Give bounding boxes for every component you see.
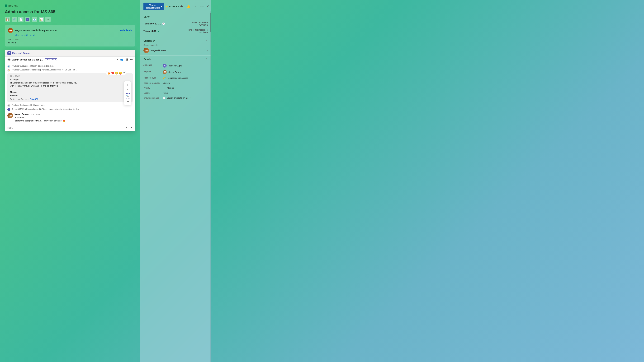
send-icon[interactable]: ➤ bbox=[130, 126, 133, 129]
right-panel-scrollbar[interactable] bbox=[210, 11, 210, 362]
knowledge-base-icon: 📄 bbox=[163, 97, 165, 99]
sla-label-2: Time to first response within 4h bbox=[188, 29, 208, 33]
actions-button[interactable]: ⚡ Actions ▾ bbox=[165, 5, 179, 8]
more-emoji-icon[interactable]: ••• bbox=[123, 72, 125, 75]
customer-chevron-icon[interactable]: ⌃ bbox=[206, 39, 208, 42]
close-button[interactable]: ✕ bbox=[206, 4, 209, 8]
context-reply-icon[interactable]: ↩ bbox=[125, 99, 130, 104]
teams-conv-chevron-icon: ▾ bbox=[161, 5, 162, 8]
toolbar-link-icon[interactable]: 🔗 bbox=[12, 17, 17, 22]
sla-tomorrow-label: Tomorrow 11:31 bbox=[144, 22, 161, 25]
knowledge-base-chevron: ▾ bbox=[190, 97, 191, 99]
user-time: 11:47:57 AM bbox=[30, 113, 40, 115]
add-people-icon[interactable]: + bbox=[117, 58, 118, 61]
system-text-3: Pradeep Gupta added IT Support here. bbox=[12, 104, 45, 106]
hide-details-link[interactable]: Hide details bbox=[120, 29, 132, 32]
requester-name: Megan Bowen bbox=[15, 29, 30, 32]
eye-icon[interactable]: 👁 bbox=[179, 4, 184, 9]
reporter-value: MB Megan Bowen bbox=[163, 70, 181, 74]
share-icon[interactable]: ↗ bbox=[193, 4, 198, 9]
priority-label: Priority bbox=[144, 87, 161, 89]
reply-actions: ↪ ➤ bbox=[126, 126, 133, 129]
lightning-icon: ⚡ bbox=[165, 5, 168, 8]
request-card: MB Megan Bowen raised this request via A… bbox=[5, 25, 135, 46]
reply-bar: Reply ↪ ➤ bbox=[5, 124, 135, 131]
toolbar-more-icon[interactable]: ••• bbox=[46, 17, 50, 22]
detail-row-assignee: Assignee PG Pradeep Gupta bbox=[144, 62, 208, 69]
detail-row-language: Request language English bbox=[144, 80, 208, 85]
teams-app-icon: T bbox=[8, 51, 11, 55]
user-message-text: Hi Pradeep, It is for the designer softw… bbox=[14, 116, 133, 122]
details-chevron-icon[interactable]: ⌃ bbox=[206, 58, 208, 60]
ticket-id-badge: ITSM-451 bbox=[5, 4, 18, 7]
priority-indicator bbox=[163, 88, 165, 88]
group-icon[interactable]: 👥 bbox=[120, 58, 124, 61]
customer-expand-icon[interactable]: ▾ bbox=[206, 49, 208, 52]
jira-issue-link[interactable]: ITSM-451 bbox=[30, 98, 38, 100]
detail-row-knowledge-base: Knowledge base 📄 Search or create an ar.… bbox=[144, 95, 208, 100]
teams-title-actions: + 👥 🖼 ••• bbox=[117, 58, 133, 61]
view-portal-link[interactable]: View request in portal bbox=[15, 34, 132, 36]
sla-chevron-icon[interactable]: ⌃ bbox=[206, 15, 208, 18]
requester-row: MB Megan Bowen raised this request via A… bbox=[8, 28, 132, 33]
system-message-1: 👤 Pradeep Gupta added Megan Bowen to the… bbox=[8, 65, 133, 68]
sla-section-header: SLAs ⌃ bbox=[144, 15, 208, 18]
knowledge-base-value[interactable]: 📄 Search or create an ar... ▾ bbox=[163, 97, 191, 99]
left-panel: ITSM-451 Admin access for MS 365 📋 🔗 📄 T… bbox=[0, 0, 140, 362]
sla-section: SLAs ⌃ Tomorrow 11:31 🕐 Time to resoluti… bbox=[140, 13, 211, 37]
customer-section-header: Customer ⌃ bbox=[144, 39, 208, 42]
ticket-header: ITSM-451 bbox=[5, 4, 135, 7]
channel-icon: ⬤ bbox=[8, 58, 11, 61]
detail-row-priority: Priority Medium bbox=[144, 85, 208, 90]
reporter-name: Megan Bowen bbox=[168, 71, 181, 73]
customer-info: MB Megan Bowen bbox=[144, 48, 166, 53]
language-text: English bbox=[163, 82, 170, 84]
request-type-name: Request admin access bbox=[167, 77, 188, 79]
system-icon-1: 👤 bbox=[8, 65, 10, 68]
toolbar-teams-icon[interactable]: T bbox=[25, 17, 30, 22]
actions-chevron-icon: ▾ bbox=[178, 5, 179, 8]
clock-icon: 🕐 bbox=[162, 22, 165, 25]
context-search-icon[interactable]: 🔍 bbox=[125, 93, 130, 98]
emoji-smile[interactable]: 😀 bbox=[115, 72, 118, 75]
reply-placeholder[interactable]: Reply bbox=[8, 126, 126, 129]
check-icon: ✓ bbox=[158, 29, 160, 33]
context-quote-icon[interactable]: ❝ bbox=[125, 88, 130, 93]
teams-conversation-button[interactable]: Teams conversation ▾ bbox=[144, 2, 164, 10]
labels-label: Labels bbox=[144, 92, 161, 94]
panel-nav: Teams conversation ▾ ⚡ Actions ▾ bbox=[144, 2, 179, 10]
system-text-2: Pradeep Gupta changed the group name to … bbox=[12, 69, 77, 71]
details-section-title: Details bbox=[144, 58, 151, 60]
system-text-1: Pradeep Gupta added Megan Bowen to the c… bbox=[12, 65, 54, 67]
chat-area: 👤 Pradeep Gupta added Megan Bowen to the… bbox=[5, 63, 135, 124]
forward-icon[interactable]: ↪ bbox=[126, 126, 129, 129]
customer-row: MB Megan Bowen ▾ bbox=[144, 48, 208, 53]
message-footer: Posted from Jira issue ITSM-451 bbox=[10, 98, 130, 100]
knowledge-base-label: Knowledge base bbox=[144, 97, 161, 99]
sla-time-2: Today 11:46 ✓ bbox=[144, 29, 160, 33]
like-icon[interactable]: 👍 bbox=[186, 4, 190, 9]
image-icon[interactable]: 🖼 bbox=[126, 58, 128, 61]
context-add-icon[interactable]: + bbox=[125, 82, 130, 87]
more-icon[interactable]: ••• bbox=[200, 4, 204, 9]
raised-via: raised this request via API bbox=[30, 29, 57, 32]
detail-row-reporter: Reporter MB Megan Bowen bbox=[144, 69, 208, 75]
system-message-3: ⊞ Pradeep Gupta added IT Support here. bbox=[8, 104, 133, 107]
customer-section-title: Customer bbox=[144, 39, 155, 42]
page-title: Admin access for MS 365 bbox=[5, 9, 135, 14]
emoji-fire[interactable]: 🔥 bbox=[107, 72, 110, 75]
toolbar-doc-icon[interactable]: 📄 bbox=[18, 17, 24, 22]
emoji-heart[interactable]: ❤️ bbox=[111, 72, 114, 75]
scrollbar-thumb[interactable] bbox=[210, 13, 210, 32]
more-options-icon[interactable]: ••• bbox=[130, 58, 133, 61]
toolbar-checklist-icon[interactable]: 📋 bbox=[5, 17, 10, 22]
toolbar-outlook-icon[interactable]: 📧 bbox=[32, 17, 37, 22]
customer-section: Customer ⌃ Customer details MB Megan Bow… bbox=[140, 37, 211, 55]
system-icon-2: ✏️ bbox=[8, 69, 10, 72]
emoji-tongue[interactable]: 😛 bbox=[119, 72, 122, 75]
toolbar-excel-icon[interactable]: 📊 bbox=[39, 17, 44, 22]
detail-row-labels: Labels None bbox=[144, 90, 208, 95]
priority-text: Medium bbox=[167, 87, 174, 89]
user-message-content: Megan Bowen 11:47:57 AM Hi Pradeep, It i… bbox=[14, 113, 133, 122]
teams-title-left: ⬤ Admin access for MS 365 (I... CUSTOMER bbox=[8, 58, 57, 61]
